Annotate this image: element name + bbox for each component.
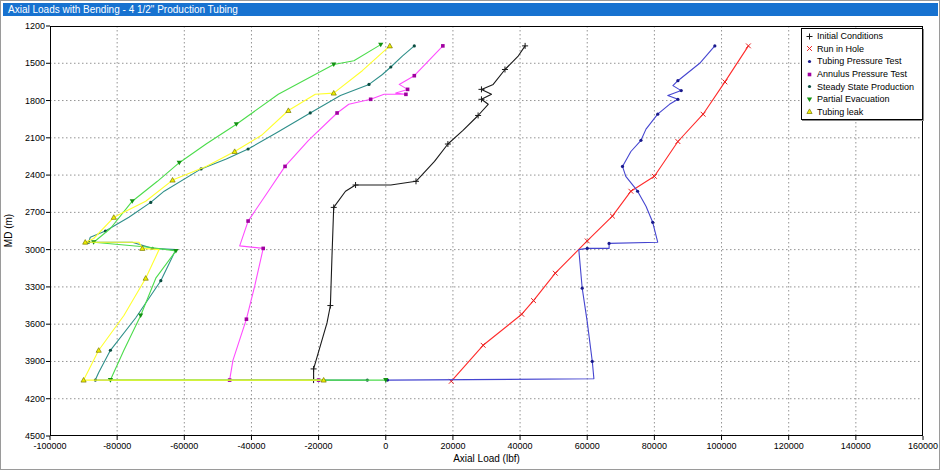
marker-dot (389, 65, 392, 68)
x-tick-label: 0 (356, 441, 416, 451)
marker-square (245, 317, 249, 321)
marker-x (610, 214, 615, 219)
x-tick-label: 40000 (490, 441, 550, 451)
legend-item-label: Initial Conditions (817, 31, 883, 41)
series-tubing-pressure-test (386, 44, 717, 381)
x-tick-label: -100000 (20, 441, 80, 451)
x-tick-label: 160000 (893, 441, 940, 451)
legend-item-partial-evacuation: Partial Evacuation (802, 93, 922, 106)
legend-marker-icon (805, 44, 814, 53)
marker-square (808, 72, 812, 76)
marker-dot (586, 247, 589, 250)
series-run-in-hole (449, 43, 751, 383)
y-tick-label: 3600 (1, 319, 45, 329)
marker-triangle-up (807, 109, 812, 114)
legend-item-steady-state-production: Steady State Production (802, 80, 922, 93)
y-tick-label: 2100 (1, 133, 45, 143)
marker-triangle-down (378, 43, 383, 48)
marker-dot (676, 98, 679, 101)
y-tick-label: 2400 (1, 170, 45, 180)
marker-square (246, 219, 250, 223)
legend: Initial ConditionsRun in HoleTubing Pres… (801, 28, 923, 120)
marker-triangle-down (331, 63, 336, 68)
marker-dot (109, 349, 112, 352)
series-line (451, 46, 748, 381)
marker-square (335, 111, 339, 115)
series-line (387, 46, 714, 380)
legend-item-label: Tubing leak (817, 107, 863, 117)
marker-x (531, 298, 536, 303)
marker-x (722, 80, 727, 85)
legend-item-label: Partial Evacuation (817, 94, 890, 104)
y-tick-label: 3900 (1, 356, 45, 366)
marker-dot (247, 147, 250, 150)
legend-marker-icon (805, 107, 814, 116)
marker-triangle-down (807, 97, 812, 102)
legend-marker-icon (805, 82, 814, 91)
x-axis-title: Axial Load (lbf) (50, 453, 923, 464)
y-tick-label: 1500 (1, 58, 45, 68)
legend-marker-icon (805, 57, 814, 66)
x-tick-label: -20000 (289, 441, 349, 451)
legend-item-annulus-pressure-test: Annulus Pressure Test (802, 68, 922, 81)
series-line (89, 46, 415, 380)
series-line (314, 46, 525, 380)
app-window: Axial Loads with Bending - 4 1/2" Produc… (0, 0, 940, 470)
legend-marker-icon (805, 32, 814, 41)
y-tick-label: 4200 (1, 394, 45, 404)
y-tick-label: 3300 (1, 282, 45, 292)
marker-x (746, 43, 751, 48)
marker-triangle-down (138, 313, 143, 318)
marker-plus (353, 182, 359, 188)
marker-x (675, 139, 680, 144)
x-tick-label: 20000 (423, 441, 483, 451)
marker-dot (676, 79, 679, 82)
x-tick-label: 100000 (692, 441, 752, 451)
marker-x (701, 112, 706, 117)
marker-dot (639, 139, 642, 142)
x-tick-label: 140000 (826, 441, 886, 451)
marker-dot (636, 190, 639, 193)
marker-dot (591, 360, 594, 363)
marker-square (406, 88, 410, 92)
marker-square (441, 44, 445, 48)
x-tick-label: 80000 (624, 441, 684, 451)
x-tick-label: -60000 (154, 441, 214, 451)
y-axis-title: MD (m) (3, 200, 14, 262)
marker-dot (808, 85, 811, 88)
series-line (84, 46, 390, 380)
marker-triangle-up (232, 149, 237, 154)
marker-triangle-up (111, 215, 116, 220)
marker-dot (656, 113, 659, 116)
marker-dot (149, 201, 152, 204)
marker-triangle-up (286, 108, 291, 113)
marker-square (283, 165, 287, 169)
marker-dot (309, 111, 312, 114)
x-tick-label: 60000 (557, 441, 617, 451)
marker-dot (713, 44, 716, 47)
marker-dot (621, 165, 624, 168)
y-tick-label: 1800 (1, 96, 45, 106)
marker-x (481, 343, 486, 348)
marker-plus (522, 43, 528, 49)
legend-item-tubing-leak: Tubing leak (802, 106, 922, 119)
legend-item-tubing-pressure-test: Tubing Pressure Test (802, 55, 922, 68)
marker-dot (607, 242, 610, 245)
chart-plot-area[interactable] (50, 26, 923, 436)
marker-plus (327, 303, 333, 309)
marker-triangle-up (143, 276, 148, 281)
y-tick-label: 4500 (1, 431, 45, 441)
legend-item-label: Tubing Pressure Test (817, 56, 902, 66)
marker-dot (651, 221, 654, 224)
legend-item-label: Steady State Production (817, 82, 914, 92)
marker-triangle-up (387, 43, 392, 48)
marker-plus (478, 86, 484, 92)
marker-dot (680, 89, 683, 92)
marker-dot (159, 279, 162, 282)
legend-marker-icon (805, 70, 814, 79)
marker-dot (581, 287, 584, 290)
marker-x (807, 46, 812, 51)
marker-plus (807, 33, 813, 39)
marker-square (261, 247, 265, 251)
marker-x (553, 271, 558, 276)
